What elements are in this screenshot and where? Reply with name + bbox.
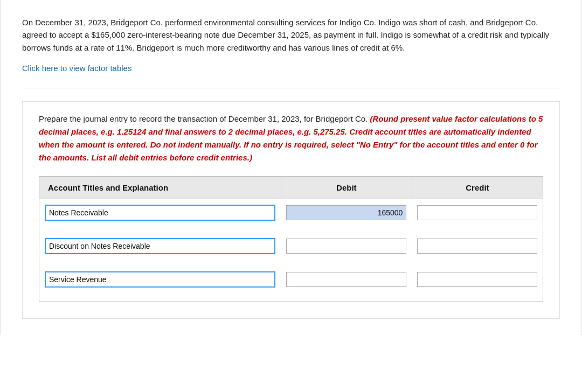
intro-text: On December 31, 2023, Bridgeport Co. per… — [22, 16, 560, 54]
table-row — [39, 235, 543, 260]
debit-input-3[interactable] — [286, 272, 406, 287]
row-spacer-3 — [39, 293, 543, 302]
question-section: Prepare the journal entry to record the … — [22, 101, 560, 319]
account-cell-3 — [39, 268, 281, 293]
account-cell-2 — [39, 235, 281, 260]
question-text: Prepare the journal entry to record the … — [39, 113, 543, 164]
debit-cell-2 — [281, 235, 412, 260]
question-prefix: Prepare the journal entry to record the … — [39, 114, 368, 123]
header-debit: Debit — [281, 176, 412, 199]
credit-input-3[interactable] — [417, 272, 537, 287]
factor-tables-link[interactable]: Click here to view factor tables — [22, 64, 131, 73]
debit-cell-1 — [281, 199, 412, 226]
credit-cell-1 — [412, 199, 543, 226]
journal-table: Account Titles and Explanation Debit Cre… — [39, 176, 543, 302]
credit-input-2[interactable] — [417, 239, 537, 254]
table-row — [39, 199, 543, 226]
credit-cell-3 — [412, 268, 543, 293]
header-credit: Credit — [412, 176, 543, 199]
account-title-input-1[interactable] — [45, 205, 275, 221]
debit-input-2[interactable] — [286, 239, 406, 254]
row-spacer-2 — [39, 260, 543, 268]
header-account: Account Titles and Explanation — [39, 176, 281, 199]
table-row — [39, 268, 543, 293]
row-spacer-1 — [39, 226, 543, 235]
credit-cell-2 — [412, 235, 543, 260]
account-cell-1 — [39, 199, 281, 226]
divider — [22, 88, 560, 88]
debit-cell-3 — [281, 268, 412, 293]
account-title-input-2[interactable] — [45, 238, 275, 254]
credit-input-1[interactable] — [417, 205, 537, 220]
debit-input-1[interactable] — [286, 205, 406, 220]
table-header-row: Account Titles and Explanation Debit Cre… — [39, 176, 543, 199]
account-title-input-3[interactable] — [45, 271, 275, 288]
